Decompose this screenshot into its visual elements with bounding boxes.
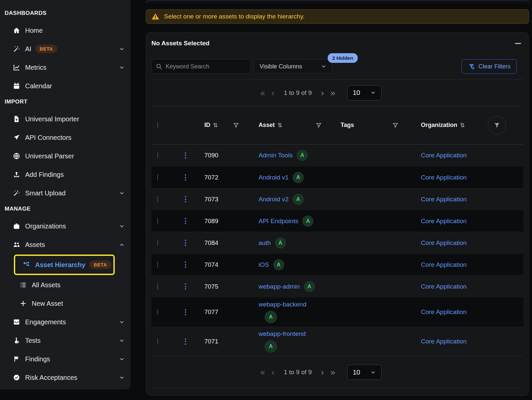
tag-badge: A (275, 237, 286, 249)
row-menu-kebab-icon[interactable] (181, 259, 190, 270)
row-checkbox[interactable] (157, 196, 158, 202)
clear-filters-label: Clear Filters (478, 63, 511, 70)
filter-funnel-icon[interactable] (315, 122, 322, 129)
organization-link[interactable]: Core Application (421, 218, 467, 224)
sidebar-item-findings[interactable]: Findings (0, 350, 131, 368)
row-menu-kebab-icon[interactable] (181, 281, 190, 292)
hidden-columns-badge: 2 Hidden (328, 53, 358, 63)
organization-link[interactable]: Core Application (421, 239, 467, 246)
asset-link[interactable]: webapp-admin (259, 283, 300, 290)
asset-link[interactable]: webapp-backend (259, 301, 307, 308)
column-header-organization[interactable]: Organization⇅ (411, 122, 484, 129)
sort-icon[interactable]: ⇅ (277, 122, 282, 129)
table-filter-button[interactable] (488, 116, 506, 135)
table-row: 7075webapp-adminACore Application (151, 275, 523, 297)
sidebar-item-engagements[interactable]: Engagements (0, 313, 131, 331)
sidebar-item-organizations[interactable]: Organizations (0, 217, 131, 235)
organization-link[interactable]: Core Application (421, 261, 467, 268)
row-checkbox[interactable] (157, 283, 158, 290)
page-size-select[interactable]: 10 (347, 365, 382, 380)
asset-link[interactable]: auth (259, 239, 271, 247)
sidebar-item-asset-hierarchy[interactable]: Asset HierarchyBETA (15, 256, 113, 274)
column-header-asset[interactable]: Asset⇅ (252, 122, 335, 129)
app-root: DASHBOARDSHomeAIBETAMetricsCalendarIMPOR… (0, 0, 532, 400)
asset-link[interactable]: Android v2 (259, 196, 289, 203)
tag-badge: A (265, 340, 277, 353)
row-checkbox[interactable] (157, 218, 158, 224)
sidebar-item-label: Tests (25, 337, 41, 344)
page-size-select[interactable]: 10 (347, 85, 382, 100)
search-input[interactable] (166, 63, 246, 70)
row-checkbox[interactable] (157, 174, 158, 180)
organization-link[interactable]: Core Application (421, 283, 467, 290)
last-page-button[interactable]: » (327, 368, 338, 377)
row-checkbox[interactable] (157, 152, 158, 158)
visible-columns-dropdown[interactable]: Visible Columns (254, 59, 332, 74)
sidebar-item-universal-importer[interactable]: Universal Importer (0, 110, 131, 128)
row-menu-kebab-icon[interactable] (181, 336, 190, 347)
clear-filters-button[interactable]: Clear Filters (462, 59, 517, 74)
sidebar-item-all-assets[interactable]: All Assets (0, 276, 131, 294)
row-checkbox[interactable] (157, 309, 158, 315)
row-checkbox[interactable] (157, 261, 158, 268)
sort-icon[interactable]: ⇅ (460, 122, 465, 129)
row-menu-kebab-icon[interactable] (181, 215, 190, 227)
sidebar-item-smart-upload[interactable]: Smart Upload (0, 184, 131, 202)
sidebar-item-assets[interactable]: Assets (0, 235, 131, 254)
next-page-button[interactable]: › (318, 368, 327, 377)
row-checkbox[interactable] (157, 338, 158, 344)
beta-badge: BETA (89, 260, 111, 269)
sidebar-item-api-connectors[interactable]: API Connectors (0, 128, 131, 147)
cell-id: 7084 (198, 239, 252, 247)
list-icon (19, 281, 27, 289)
last-page-button[interactable]: » (327, 89, 338, 97)
column-header-tags[interactable]: Tags (335, 122, 411, 129)
panel-footer (151, 388, 523, 395)
sidebar-item-home[interactable]: Home (0, 21, 131, 40)
panel-header: No Assets Selected (151, 38, 523, 48)
organization-link[interactable]: Core Application (421, 338, 467, 345)
column-label: Asset (259, 122, 275, 129)
sidebar-item-new-asset[interactable]: New Asset (0, 294, 131, 313)
keyword-search[interactable] (151, 59, 251, 74)
organization-link[interactable]: Core Application (421, 196, 467, 203)
row-menu-kebab-icon[interactable] (181, 150, 190, 161)
sidebar-item-risk-acceptances[interactable]: Risk Acceptances (0, 368, 131, 387)
sidebar-item-add-findings[interactable]: Add Findings (0, 165, 131, 184)
asset-link[interactable]: webapp-frontend (259, 330, 306, 338)
row-menu-kebab-icon[interactable] (181, 193, 190, 205)
asset-link[interactable]: API Endpoints (259, 218, 298, 225)
search-icon (156, 63, 162, 70)
first-page-button[interactable]: « (257, 368, 268, 377)
sidebar-item-ai[interactable]: AIBETA (0, 40, 131, 58)
filter-funnel-icon[interactable] (392, 122, 399, 129)
organization-link[interactable]: Core Application (421, 152, 467, 159)
column-header-id[interactable]: ID⇅ (198, 122, 252, 129)
select-all-checkbox[interactable] (157, 122, 158, 128)
collapse-panel-button[interactable] (512, 38, 523, 48)
tag-badge: A (304, 281, 315, 292)
sidebar-item-metrics[interactable]: Metrics (0, 58, 131, 77)
table-controls: Visible Columns 2 Hidden Clear Filters (151, 59, 523, 74)
asset-link[interactable]: Android v1 (259, 174, 289, 181)
next-page-button[interactable]: › (318, 89, 327, 97)
cell-id: 7089 (198, 218, 252, 225)
filter-funnel-icon[interactable] (233, 122, 239, 129)
sidebar-item-calendar[interactable]: Calendar (0, 77, 131, 95)
sidebar-item-universal-parser[interactable]: Universal Parser (0, 147, 131, 165)
row-menu-kebab-icon[interactable] (181, 172, 190, 183)
row-menu-kebab-icon[interactable] (181, 237, 190, 249)
first-page-button[interactable]: « (257, 89, 268, 97)
organization-link[interactable]: Core Application (421, 308, 467, 315)
asset-link[interactable]: iOS (259, 261, 269, 268)
prev-page-button[interactable]: ‹ (268, 89, 278, 97)
sidebar-item-tests[interactable]: Tests (0, 331, 131, 350)
row-menu-kebab-icon[interactable] (181, 306, 190, 318)
cell-id: 7090 (198, 152, 252, 159)
wand-icon (13, 45, 20, 53)
prev-page-button[interactable]: ‹ (268, 368, 278, 377)
asset-link[interactable]: Admin Tools (259, 152, 293, 159)
organization-link[interactable]: Core Application (421, 174, 467, 181)
sort-icon[interactable]: ⇅ (213, 122, 218, 129)
row-checkbox[interactable] (157, 240, 158, 246)
